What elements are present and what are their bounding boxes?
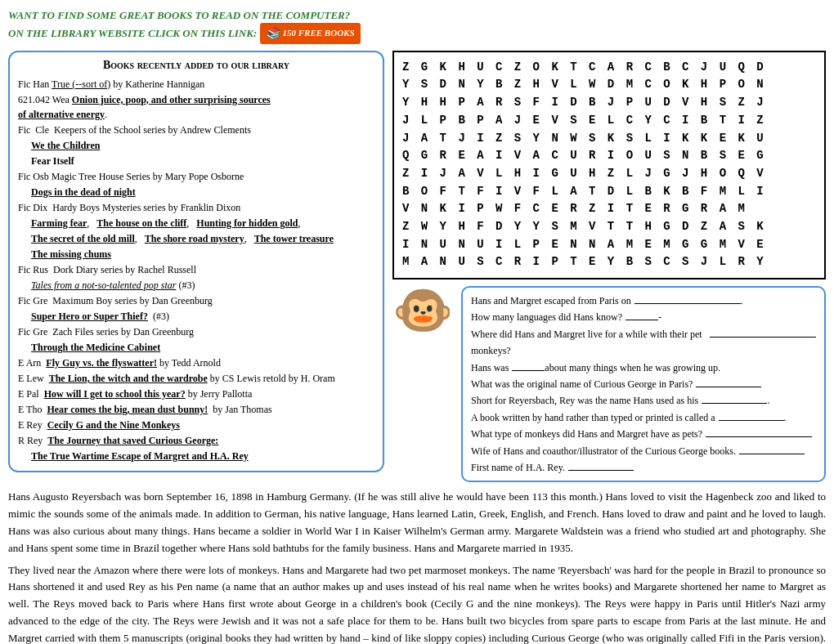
book-title: The shore road mystery	[145, 233, 244, 244]
book-title-link[interactable]: The Journey that saved Curious George:	[47, 435, 218, 446]
list-item: Through the Medicine Cabinet	[18, 340, 374, 355]
list-item: The secret of the old mill, The shore ro…	[18, 231, 374, 246]
list-item: Fic Dix Hardy Boys Mysteries series by F…	[18, 200, 374, 215]
wordsearch-row: Y H H P A R S F I D B J P U D V H S Z J	[402, 94, 816, 112]
books-panel-title: Books recently added to our library	[18, 59, 374, 72]
list-item: Fear Itself	[18, 154, 374, 168]
monkey-image: 🐵	[392, 286, 450, 343]
quiz-question: Short for Reyersbach, Rey was the name H…	[471, 392, 816, 409]
book-title: The missing chums	[31, 248, 111, 260]
biography-section: Hans Augusto Reyersbach was born Septemb…	[8, 489, 826, 644]
quiz-blank	[739, 454, 805, 454]
header-line2: On the library website click on this lin…	[8, 23, 361, 44]
quiz-blank	[706, 436, 812, 437]
books-panel: Books recently added to our library Fic …	[8, 51, 384, 472]
quiz-blank	[626, 320, 658, 320]
quiz-question: First name of H.A. Rey.	[471, 459, 816, 476]
book-title-link[interactable]: Cecily G and the Nine Monkeys	[47, 419, 180, 431]
quiz-blank	[568, 470, 634, 471]
book-title-link[interactable]: Hear comes the big, mean dust bunny!	[47, 404, 208, 415]
book-title: We the Children	[31, 140, 100, 151]
book-title: Tales from a not-so-talented pop star	[31, 280, 176, 291]
quiz-question: Hans was about many things when he was g…	[471, 360, 816, 376]
wordsearch-row: V N K I P W F C E R Z I T E R G R A M	[402, 200, 816, 218]
list-item: Fic Cle Keepers of the School series by …	[18, 123, 374, 137]
book-title-link[interactable]: True (--sort of)	[52, 78, 110, 90]
list-item: R Rey The Journey that saved Curious Geo…	[18, 433, 374, 448]
list-item: Dogs in the dead of night	[18, 185, 374, 199]
book-title-link[interactable]: The Lion, the witch and the wardrobe	[49, 373, 208, 384]
main-content-grid: Books recently added to our library Fic …	[8, 51, 826, 483]
library-link-button[interactable]: 📚 150 Free Books	[260, 23, 361, 44]
list-item: Fic Gre Zach Files series by Dan Greenbu…	[18, 324, 374, 339]
book-title: Through the Medicine Cabinet	[31, 342, 160, 353]
list-item: Super Hero or Super Thief? (#3)	[18, 309, 374, 324]
right-column: Z G K H U C Z O K T C A R C B C J U Q D …	[392, 51, 826, 483]
wordsearch-row: M A N U S C R I P T E Y B S C S J L R Y	[402, 253, 816, 271]
list-item: E Lew The Lion, the witch and the wardro…	[18, 371, 374, 386]
list-item: Fic Osb Magic Tree House Series by Mary …	[18, 169, 374, 184]
wordsearch-row: Z G K H U C Z O K T C A R C B C J U Q D	[402, 59, 816, 77]
book-title: Dogs in the dead of night	[31, 186, 136, 198]
book-title: The tower treasure	[254, 233, 334, 244]
list-item: We the Children	[18, 138, 374, 153]
quiz-question: What type of monkeys did Hans and Margre…	[471, 426, 816, 442]
list-item: 621.042 Wea Onion juice, poop, and other…	[18, 92, 374, 122]
quiz-question: Where did Hans and Margret live for a wh…	[471, 326, 816, 360]
list-item: Fic Han True (--sort of) by Katherine Ha…	[18, 77, 374, 92]
bio-paragraph-2: They lived near the Amazon where there w…	[8, 562, 826, 644]
list-item: The True Wartime Escape of Margret and H…	[18, 449, 374, 463]
list-item: Farming fear, The house on the cliff, Hu…	[18, 216, 374, 230]
quiz-blank	[512, 370, 545, 371]
quiz-question: How many languages did Hans know? -	[471, 309, 816, 325]
list-item: E Arn Fly Guy vs. the flyswatter! by Ted…	[18, 356, 374, 370]
book-title-link[interactable]: How will I get to school this year?	[44, 388, 186, 400]
quiz-blank	[710, 337, 816, 338]
list-item: Fic Rus Dork Diary series by Rachel Russ…	[18, 262, 374, 277]
wordsearch-row: Z I J A V L H I G U H Z L J G J H O Q V	[402, 165, 816, 183]
list-item: Tales from a not-so-talented pop star (#…	[18, 278, 374, 293]
header-text: Want to find some great books to read on…	[8, 8, 361, 44]
bio-paragraph-1: Hans Augusto Reyersbach was born Septemb…	[8, 489, 826, 557]
book-title-link[interactable]: Fly Guy vs. the flyswatter!	[46, 357, 157, 369]
header-line1: Want to find some great books to read on…	[8, 8, 361, 23]
list-item: E Pal How will I get to school this year…	[18, 387, 374, 401]
list-item: E Rey Cecily G and the Nine Monkeys	[18, 418, 374, 432]
quiz-panel: Hans and Margret escaped from Paris on .…	[461, 286, 826, 482]
book-title: Hunting for hidden gold	[196, 217, 298, 229]
book-title: Fear Itself	[31, 155, 74, 167]
book-title-link[interactable]: The True Wartime Escape of Margret and H…	[31, 450, 249, 462]
quiz-question: Hans and Margret escaped from Paris on .	[471, 293, 816, 309]
quiz-blank	[696, 387, 761, 387]
wordsearch-row: I N U N U I L P E N N A M E M G G M V E	[402, 236, 816, 254]
left-column: Books recently added to our library Fic …	[8, 51, 384, 483]
wordsearch-row: J L P B P A J E V S E L C Y C I B T I Z	[402, 112, 816, 130]
wordsearch-row: B O F T F I V F L A T D L B K B F M L I	[402, 183, 816, 201]
quiz-section: 🐵 Hans and Margret escaped from Paris on…	[392, 286, 826, 482]
list-item: E Tho Hear comes the big, mean dust bunn…	[18, 402, 374, 417]
wordsearch-row: Z W Y H F D Y Y S M V T T H G D Z A S K	[402, 218, 816, 236]
quiz-blank	[719, 420, 784, 421]
quiz-blank	[702, 403, 767, 404]
book-title: Farming fear	[31, 217, 87, 229]
book-title-link[interactable]: Onion juice, poop, and other surprising …	[18, 94, 271, 120]
wordsearch-grid: Z G K H U C Z O K T C A R C B C J U Q D …	[397, 56, 821, 275]
list-item: Fic Gre Maximum Boy series by Dan Greenb…	[18, 293, 374, 308]
page-header: Want to find some great books to read on…	[8, 8, 826, 44]
wordsearch-row: Y S D N Y B Z H V L W D M C O K H P O N	[402, 76, 816, 94]
quiz-question: A book written by hand rather than typed…	[471, 409, 816, 426]
book-title: The house on the cliff	[96, 217, 186, 229]
list-item: The missing chums	[18, 247, 374, 262]
book-title: Super Hero or Super Thief?	[31, 311, 148, 322]
wordsearch-panel: Z G K H U C Z O K T C A R C B C J U Q D …	[392, 51, 826, 280]
monkey-emoji: 🐵	[392, 286, 450, 335]
books-content: Fic Han True (--sort of) by Katherine Ha…	[18, 77, 374, 463]
quiz-blank	[634, 303, 741, 304]
book-title: The secret of the old mill	[31, 233, 135, 244]
wordsearch-row: J A T J I Z S Y N W S K S L I K K E K U	[402, 130, 816, 148]
quiz-question: Wife of Hans and coauthor/illustrator of…	[471, 443, 816, 459]
quiz-question: What was the original name of Curious Ge…	[471, 376, 816, 392]
wordsearch-row: Q G R E A I V A C U R I O U S N B S E G	[402, 147, 816, 165]
book-icon: 📚	[266, 25, 280, 42]
